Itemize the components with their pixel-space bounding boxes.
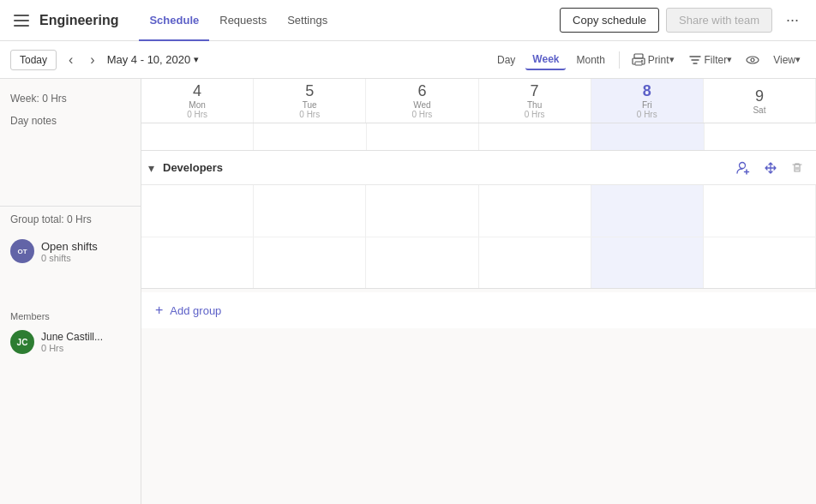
day-header-7: 7 Thu 0 Hrs — [479, 79, 591, 123]
day-hrs-7: 0 Hrs — [525, 110, 545, 119]
member-shift-cell-sat[interactable] — [704, 237, 816, 288]
today-button[interactable]: Today — [10, 50, 57, 70]
member-shift-cell-mon[interactable] — [141, 237, 254, 288]
next-week-button[interactable]: › — [85, 49, 99, 71]
members-label: Members — [0, 304, 141, 325]
open-shifts-row: OT Open shifts 0 shifts — [0, 232, 141, 267]
print-label: Print — [648, 54, 669, 66]
shift-cell-thu[interactable] — [479, 185, 591, 237]
date-range-button[interactable]: May 4 - 10, 2020 ▾ — [107, 53, 200, 66]
move-group-button[interactable] — [758, 157, 783, 179]
member-shift-cell-tue[interactable] — [254, 237, 366, 288]
filter-button[interactable]: Filter ▾ — [683, 50, 738, 70]
day-notes-row — [141, 123, 816, 151]
chevron-down-icon: ▾ — [194, 54, 199, 65]
member-shift-cell-thu[interactable] — [479, 237, 591, 288]
member-shifts-row — [141, 237, 816, 288]
group-total: Group total: 0 Hrs — [0, 206, 141, 232]
group-actions — [730, 157, 809, 179]
open-shifts-info: Open shifts 0 shifts — [41, 240, 98, 263]
day-name-tue: Tue — [303, 100, 317, 110]
shift-cell-wed[interactable] — [366, 185, 478, 237]
week-view-button[interactable]: Week — [525, 50, 566, 70]
group-collapse-button[interactable]: ▾ — [145, 158, 158, 178]
svg-point-9 — [740, 162, 746, 168]
shift-cell-sat[interactable] — [704, 185, 816, 237]
view-chevron-icon: ▾ — [795, 54, 801, 65]
filter-label: Filter — [705, 54, 728, 66]
tab-schedule[interactable]: Schedule — [139, 1, 209, 41]
tab-settings[interactable]: Settings — [277, 1, 338, 41]
day-name-sat: Sat — [753, 105, 765, 115]
day-header-8: 8 Fri 0 Hrs — [591, 79, 704, 123]
day-view-button[interactable]: Day — [490, 51, 522, 69]
member-row: JC June Castill... 0 Hrs — [0, 325, 141, 359]
day-name-fri: Fri — [642, 100, 652, 110]
delete-group-button[interactable] — [785, 157, 809, 179]
day-name-mon: Mon — [189, 100, 205, 110]
member-name: June Castill... — [41, 331, 103, 343]
tab-requests[interactable]: Requests — [209, 1, 277, 41]
member-shift-cell-fri[interactable] — [591, 237, 704, 288]
shift-cell-mon[interactable] — [141, 185, 254, 237]
calendar-area: 4 Mon 0 Hrs 5 Tue 0 Hrs 6 Wed 0 Hrs 7 Th… — [141, 79, 816, 504]
member-info: June Castill... 0 Hrs — [41, 331, 103, 353]
more-options-button[interactable]: ··· — [779, 8, 806, 33]
main-layout: Week: 0 Hrs Day notes Group total: 0 Hrs… — [0, 79, 816, 504]
svg-point-7 — [747, 57, 759, 63]
day-notes: Day notes — [0, 111, 141, 134]
open-shifts-cells-row — [141, 185, 816, 237]
toolbar2-right: Day Week Month Print ▾ Filter ▾ View ▾ — [490, 50, 806, 70]
svg-point-6 — [641, 60, 643, 62]
day-note-cell-mon[interactable] — [141, 123, 254, 150]
day-header-9: 9 Sat — [704, 79, 816, 123]
add-member-button[interactable] — [730, 157, 756, 179]
day-note-cell-wed[interactable] — [367, 123, 479, 150]
day-note-cell-tue[interactable] — [254, 123, 366, 150]
open-shifts-initials: OT — [17, 248, 27, 255]
topbar-right: Copy schedule Share with team ··· — [560, 8, 806, 33]
day-header-4: 4 Mon 0 Hrs — [141, 79, 254, 123]
day-num-8: 8 — [643, 82, 651, 100]
toolbar-divider — [619, 51, 620, 69]
month-view-button[interactable]: Month — [569, 51, 611, 69]
day-headers: 4 Mon 0 Hrs 5 Tue 0 Hrs 6 Wed 0 Hrs 7 Th… — [141, 79, 816, 123]
add-group-row[interactable]: + Add group — [141, 292, 816, 328]
group-name: Developers — [163, 161, 223, 174]
print-button[interactable]: Print ▾ — [627, 50, 680, 70]
print-chevron-icon: ▾ — [669, 54, 675, 65]
open-shifts-name: Open shifts — [41, 240, 98, 253]
day-num-9: 9 — [755, 87, 764, 105]
day-num-4: 4 — [193, 82, 201, 100]
view-button[interactable]: View ▾ — [768, 51, 806, 69]
hamburger-button[interactable] — [10, 11, 33, 30]
member-initials: JC — [17, 338, 28, 347]
day-note-cell-fri[interactable] — [591, 123, 704, 150]
shift-cell-fri[interactable] — [591, 185, 704, 237]
svg-rect-0 — [14, 15, 29, 16]
day-name-thu: Thu — [527, 100, 542, 110]
add-group-icon: + — [155, 303, 163, 318]
svg-rect-1 — [14, 20, 29, 21]
day-note-cell-sat[interactable] — [705, 123, 816, 150]
share-with-team-button[interactable]: Share with team — [666, 8, 772, 33]
topbar: Engineering Schedule Requests Settings C… — [0, 0, 816, 41]
member-shift-cell-wed[interactable] — [366, 237, 478, 288]
day-name-wed: Wed — [413, 100, 430, 110]
day-header-5: 5 Tue 0 Hrs — [254, 79, 366, 123]
app-title: Engineering — [39, 13, 118, 28]
svg-rect-3 — [634, 54, 643, 58]
nav-tabs: Schedule Requests Settings — [139, 0, 338, 40]
member-hours: 0 Hrs — [41, 343, 103, 353]
sidebar: Week: 0 Hrs Day notes Group total: 0 Hrs… — [0, 79, 141, 504]
eye-button[interactable] — [741, 50, 765, 70]
group-header: ▾ Developers — [141, 151, 816, 185]
day-hrs-8: 0 Hrs — [637, 110, 657, 119]
day-num-7: 7 — [531, 82, 539, 100]
shift-cell-tue[interactable] — [254, 185, 366, 237]
day-note-cell-thu[interactable] — [479, 123, 591, 150]
day-num-5: 5 — [305, 82, 314, 100]
prev-week-button[interactable]: ‹ — [63, 49, 78, 71]
day-num-6: 6 — [417, 82, 426, 100]
copy-schedule-button[interactable]: Copy schedule — [560, 8, 659, 33]
